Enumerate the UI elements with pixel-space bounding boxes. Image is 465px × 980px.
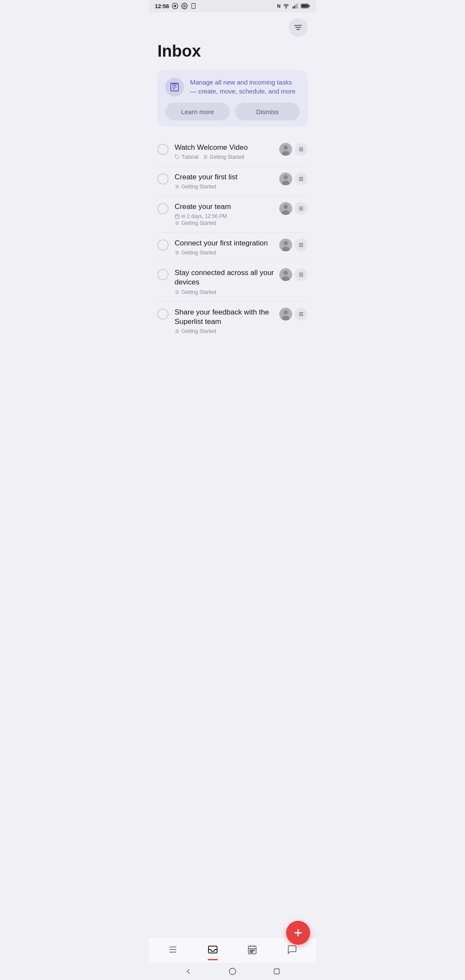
wifi-icon — [283, 3, 290, 9]
task-list-3: Getting Started — [175, 220, 216, 226]
list-icon — [175, 329, 180, 334]
task-checkbox-2[interactable] — [157, 173, 169, 185]
task-checkbox-1[interactable] — [157, 144, 169, 155]
task-avatar-4 — [279, 239, 292, 251]
message-icon — [172, 3, 178, 9]
task-meta-5: Getting Started — [175, 289, 275, 295]
task-meta-2: Getting Started — [175, 184, 275, 190]
page-title: Inbox — [157, 42, 308, 60]
status-bar: 12:56 N — [149, 0, 316, 12]
filter-button[interactable] — [289, 18, 308, 37]
task-menu-5[interactable] — [295, 268, 308, 281]
task-body-3: Create your team in 2 days, 12:56 PM — [175, 202, 275, 226]
task-checkbox-6[interactable] — [157, 309, 169, 320]
svg-point-5 — [286, 8, 286, 8]
banner-message: Manage all new and incoming tasks — crea… — [190, 78, 300, 96]
svg-point-1 — [174, 5, 176, 7]
svg-point-56 — [284, 241, 288, 245]
menu-dots-icon — [298, 311, 304, 317]
task-list-5: Getting Started — [175, 289, 216, 295]
svg-rect-12 — [302, 4, 308, 7]
calendar-icon — [175, 214, 180, 219]
svg-point-74 — [284, 310, 288, 315]
tag-icon — [175, 154, 180, 160]
task-item: Watch Welcome Video Tutorial — [157, 137, 308, 166]
info-banner-top: Manage all new and incoming tasks — crea… — [165, 78, 300, 97]
task-body-1: Watch Welcome Video Tutorial — [175, 143, 275, 160]
info-banner: Manage all new and incoming tasks — crea… — [157, 70, 308, 127]
svg-rect-8 — [296, 4, 296, 9]
task-list-1: Getting Started — [203, 154, 245, 160]
task-title-5: Stay connected across all your devices — [175, 268, 275, 287]
task-checkbox-5[interactable] — [157, 269, 169, 280]
task-meta-4: Getting Started — [175, 250, 275, 256]
task-title-1: Watch Welcome Video — [175, 143, 275, 152]
task-title-3: Create your team — [175, 202, 275, 212]
svg-point-47 — [284, 205, 288, 209]
menu-dots-icon — [298, 272, 304, 278]
task-item: Connect your first integration Getting S… — [157, 233, 308, 262]
task-item: Share your feedback with the Superlist t… — [157, 302, 308, 340]
svg-rect-9 — [297, 3, 298, 9]
banner-icon-wrap — [165, 78, 184, 97]
menu-dots-icon — [298, 146, 304, 152]
dismiss-button[interactable]: Dismiss — [235, 103, 300, 121]
task-title-4: Connect your first integration — [175, 239, 275, 248]
task-item: Stay connected across all your devices G… — [157, 262, 308, 301]
svg-rect-7 — [294, 6, 295, 9]
svg-rect-6 — [293, 6, 293, 9]
task-actions-5 — [279, 268, 308, 281]
task-actions-6 — [279, 308, 308, 321]
task-body-6: Share your feedback with the Superlist t… — [175, 308, 275, 334]
svg-rect-11 — [309, 5, 310, 7]
task-meta-3: in 2 days, 12:56 PM — [175, 213, 275, 219]
task-checkbox-4[interactable] — [157, 239, 169, 251]
task-menu-2[interactable] — [295, 172, 308, 185]
task-meta-3b: Getting Started — [175, 220, 275, 226]
task-avatar-5 — [279, 268, 292, 281]
task-menu-6[interactable] — [295, 308, 308, 321]
task-list-2: Getting Started — [175, 184, 216, 190]
battery-icon — [301, 3, 310, 9]
task-title-2: Create your first list — [175, 172, 275, 182]
task-meta-1: Tutorial Getting Started — [175, 154, 275, 160]
task-list-4: Getting Started — [175, 250, 216, 256]
list-icon — [203, 154, 208, 160]
task-body-2: Create your first list Getting Started — [175, 172, 275, 190]
task-body-4: Connect your first integration Getting S… — [175, 239, 275, 256]
signal-icon — [292, 3, 299, 9]
settings-icon — [181, 3, 188, 9]
status-left: 12:56 — [155, 3, 196, 9]
list-icon — [175, 290, 180, 295]
task-avatar-2 — [279, 172, 292, 185]
task-item: Create your first list Getting Started — [157, 166, 308, 196]
task-avatar-3 — [279, 202, 292, 215]
banner-buttons: Learn more Dismiss — [165, 103, 300, 121]
filter-icon — [294, 24, 302, 31]
task-actions-4 — [279, 239, 308, 251]
book-icon — [169, 82, 180, 92]
task-actions-3 — [279, 202, 308, 215]
task-menu-4[interactable] — [295, 239, 308, 251]
task-avatar-6 — [279, 308, 292, 321]
task-body-5: Stay connected across all your devices G… — [175, 268, 275, 295]
learn-more-button[interactable]: Learn more — [165, 103, 230, 121]
menu-dots-icon — [298, 206, 304, 212]
task-meta-6: Getting Started — [175, 328, 275, 334]
svg-rect-39 — [175, 215, 179, 218]
task-menu-3[interactable] — [295, 202, 308, 215]
task-actions-2 — [279, 172, 308, 185]
main-content: Inbox Manage all new and incoming tasks … — [149, 12, 316, 383]
list-icon — [175, 184, 180, 189]
nfc-icon: N — [277, 3, 281, 9]
task-menu-1[interactable] — [295, 143, 308, 156]
svg-point-65 — [284, 271, 288, 275]
phone-icon — [190, 3, 196, 9]
task-tag-tutorial: Tutorial — [175, 154, 199, 160]
task-title-6: Share your feedback with the Superlist t… — [175, 308, 275, 327]
status-right: N — [277, 3, 310, 9]
menu-dots-icon — [298, 242, 304, 248]
list-icon — [175, 221, 180, 226]
task-item: Create your team in 2 days, 12:56 PM — [157, 196, 308, 233]
task-checkbox-3[interactable] — [157, 203, 169, 214]
